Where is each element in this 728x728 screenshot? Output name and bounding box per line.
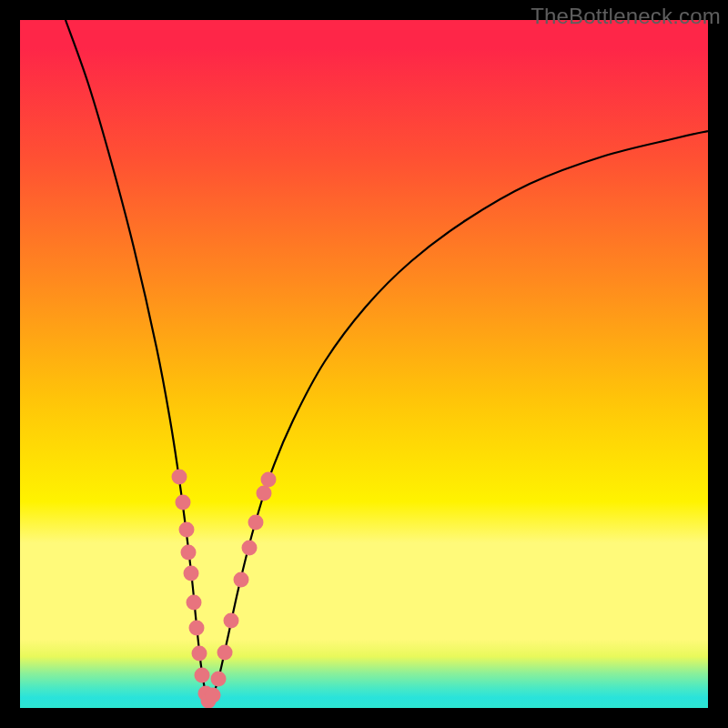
data-dot [242,541,258,556]
data-dot [224,613,239,629]
data-dot [172,470,187,485]
data-dot [257,486,272,501]
watermark-text: TheBottleneck.com [531,4,721,29]
data-dot [195,668,210,683]
data-dot [261,472,277,488]
data-dot [189,621,205,636]
data-dot [217,645,233,661]
data-dot [248,515,264,531]
data-dot [187,595,202,611]
chart-svg [20,20,708,708]
chart-frame [20,20,708,708]
data-dot [192,646,207,662]
data-dot [179,522,195,538]
data-dot [176,495,191,511]
data-dot [234,572,249,588]
data-dot [206,688,221,703]
data-dot [184,566,199,581]
data-dot [181,545,197,561]
bottleneck-curve [66,20,708,701]
data-dot [211,672,227,687]
